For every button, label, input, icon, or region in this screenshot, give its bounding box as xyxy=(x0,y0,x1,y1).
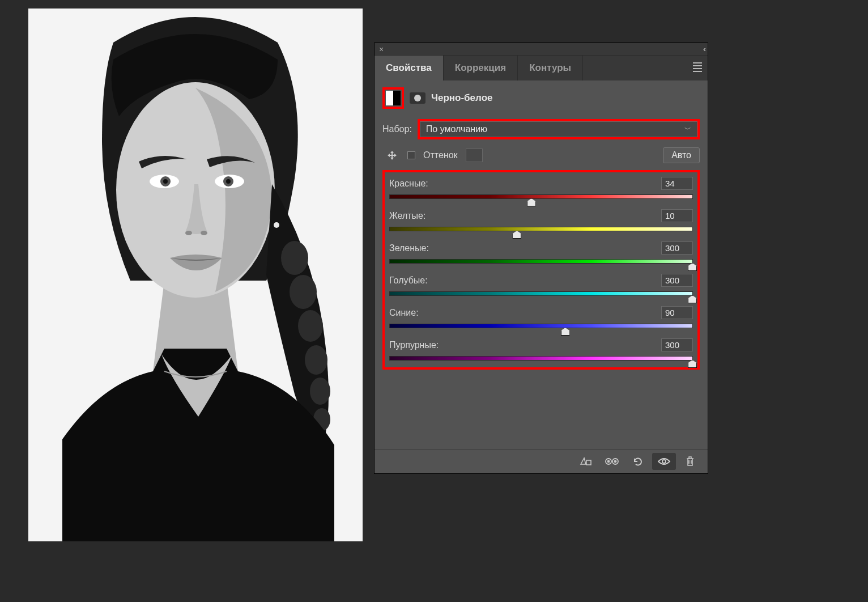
auto-button[interactable]: Авто xyxy=(663,147,700,163)
panel-menu-icon[interactable] xyxy=(693,62,702,72)
svg-point-6 xyxy=(163,179,168,184)
slider-0: Красные: xyxy=(389,177,693,199)
slider-label: Красные: xyxy=(389,179,428,189)
tint-checkbox[interactable] xyxy=(407,151,415,159)
reset-icon[interactable] xyxy=(626,453,650,470)
svg-point-20 xyxy=(607,460,610,463)
slider-track[interactable] xyxy=(389,259,693,264)
slider-handle[interactable] xyxy=(512,231,521,239)
collapse-icon[interactable]: ‹‹ xyxy=(703,45,704,53)
slider-handle[interactable] xyxy=(688,295,697,303)
slider-track[interactable] xyxy=(389,227,693,231)
svg-rect-17 xyxy=(586,460,591,465)
panel-titlebar: × ‹‹ xyxy=(375,43,708,56)
slider-3: Голубые: xyxy=(389,274,693,296)
previous-state-icon[interactable] xyxy=(600,453,624,470)
preset-value: По умолчанию xyxy=(426,124,487,134)
slider-label: Синие: xyxy=(389,308,419,318)
clip-mask-icon[interactable] xyxy=(574,453,598,470)
slider-value-input[interactable] xyxy=(661,209,693,222)
svg-point-21 xyxy=(614,460,616,463)
slider-track[interactable] xyxy=(389,291,693,296)
tab-1[interactable]: Коррекция xyxy=(444,56,518,80)
slider-value-input[interactable] xyxy=(661,338,693,351)
svg-point-9 xyxy=(201,231,207,235)
tint-color-swatch[interactable] xyxy=(466,149,483,162)
svg-point-14 xyxy=(310,378,330,405)
chevron-down-icon: ﹀ xyxy=(684,125,691,134)
slider-5: Пурпурные: xyxy=(389,338,693,361)
svg-point-11 xyxy=(290,275,317,309)
delete-icon[interactable] xyxy=(678,453,702,470)
slider-handle[interactable] xyxy=(688,360,697,368)
slider-label: Зеленые: xyxy=(389,243,429,253)
close-icon[interactable]: × xyxy=(379,45,384,54)
slider-value-input[interactable] xyxy=(661,177,693,190)
slider-value-input[interactable] xyxy=(661,306,693,319)
preset-label: Набор: xyxy=(382,124,412,134)
tab-2[interactable]: Контуры xyxy=(518,56,583,80)
adjustment-title: Черно-белое xyxy=(431,92,492,104)
slider-track[interactable] xyxy=(389,194,693,199)
svg-point-13 xyxy=(305,345,327,375)
slider-1: Желтые: xyxy=(389,209,693,231)
highlight-box xyxy=(382,87,404,109)
preset-select[interactable]: По умолчанию ﹀ xyxy=(420,121,697,137)
svg-point-16 xyxy=(274,222,279,228)
slider-track[interactable] xyxy=(389,324,693,328)
highlight-box: По умолчанию ﹀ xyxy=(418,119,700,139)
panel-tabs: СвойстваКоррекцияКонтуры xyxy=(375,56,708,80)
tint-label: Оттенок xyxy=(423,150,458,160)
slider-label: Желтые: xyxy=(389,211,426,221)
slider-label: Голубые: xyxy=(389,275,428,286)
slider-4: Синие: xyxy=(389,306,693,328)
slider-value-input[interactable] xyxy=(661,274,693,287)
slider-2: Зеленые: xyxy=(389,241,693,264)
svg-point-10 xyxy=(281,241,308,275)
layer-mask-icon[interactable] xyxy=(410,92,426,104)
slider-label: Пурпурные: xyxy=(389,340,439,350)
slider-value-input[interactable] xyxy=(661,241,693,255)
targeted-adjustment-icon[interactable] xyxy=(386,149,399,162)
slider-handle[interactable] xyxy=(527,198,536,206)
slider-track[interactable] xyxy=(389,356,693,361)
slider-handle[interactable] xyxy=(561,328,570,336)
highlight-box: Красные:Желтые:Зеленые:Голубые:Синие:Пур… xyxy=(382,170,700,370)
properties-panel: × ‹‹ СвойстваКоррекцияКонтуры Черно-бело… xyxy=(374,43,708,474)
svg-point-22 xyxy=(662,460,666,463)
slider-handle[interactable] xyxy=(688,263,697,271)
svg-point-7 xyxy=(226,179,231,184)
visibility-icon[interactable] xyxy=(652,453,676,470)
svg-point-8 xyxy=(185,231,192,235)
svg-point-12 xyxy=(298,310,323,342)
document-canvas[interactable] xyxy=(28,9,363,541)
panel-footer xyxy=(375,449,708,473)
bw-adjustment-icon xyxy=(386,91,401,105)
tab-0[interactable]: Свойства xyxy=(375,56,444,80)
